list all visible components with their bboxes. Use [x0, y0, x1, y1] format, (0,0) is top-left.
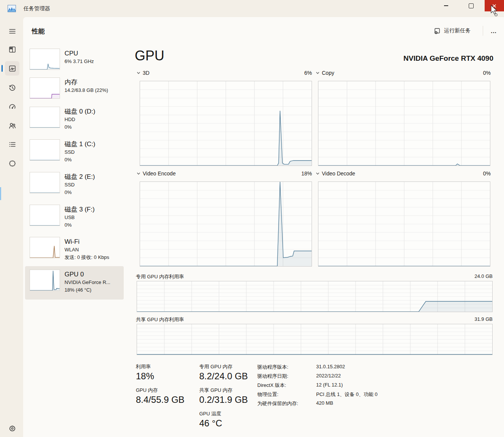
sidebar-item-detail: 18% (46 °C) — [65, 286, 110, 294]
wifi-mini-chart — [30, 237, 60, 258]
startup-apps-icon — [8, 103, 16, 111]
nav-item-details[interactable] — [5, 137, 19, 151]
driver-info-value: 420 MB — [316, 400, 333, 406]
stat-label: 利用率 — [136, 363, 151, 370]
nav-item-app-history[interactable] — [5, 80, 19, 95]
driver-info-label: 驱动程序日期: — [257, 373, 314, 380]
hamburger-menu-button[interactable] — [5, 24, 19, 38]
navigation-rail — [0, 17, 23, 437]
sidebar-item-title: 磁盘 2 (E:) — [65, 172, 95, 181]
stat-value: 46 °C — [199, 418, 222, 429]
processes-icon — [8, 46, 16, 54]
chart-label: Copy — [322, 70, 334, 76]
driver-info-label: 物理位置: — [257, 391, 314, 398]
driver-info-label: 为硬件保留的内存: — [257, 400, 314, 407]
sidebar-item-detail: 6% 3.71 GHz — [65, 58, 94, 65]
driver-info-value: 12 (FL 12.1) — [316, 382, 343, 388]
chevron-down-icon[interactable] — [316, 172, 320, 175]
chart-header-3d: 3D 6% — [137, 70, 312, 76]
driver-info-value: 2022/12/22 — [316, 373, 341, 379]
stat-value: 8.2/24.0 GB — [199, 371, 248, 382]
video-encode-chart — [140, 181, 312, 267]
hamburger-menu-icon — [8, 27, 16, 35]
sidebar-item-detail: HDD — [65, 116, 95, 123]
minimize-button[interactable] — [437, 0, 455, 11]
run-new-task-label: 运行新任务 — [444, 27, 471, 34]
sidebar-item-title: 内存 — [65, 78, 108, 87]
nav-item-performance[interactable] — [5, 61, 19, 76]
sidebar-item-detail: 0% — [65, 221, 94, 229]
sidebar-item-title: Wi-Fi — [65, 237, 109, 246]
chart-label: Video Decode — [322, 170, 355, 177]
sidebar-item-title: 磁盘 0 (D:) — [65, 107, 95, 116]
sidebar-item-memory[interactable]: 内存 14.2/63.8 GB (22%) — [30, 77, 124, 99]
nav-item-processes[interactable] — [5, 42, 19, 57]
stat-value: 8.4/55.9 GB — [136, 394, 184, 405]
chevron-down-icon[interactable] — [137, 71, 140, 74]
gpu0-mini-chart — [30, 270, 60, 291]
run-new-task-icon — [434, 28, 441, 34]
nav-item-users[interactable] — [5, 118, 19, 133]
sidebar-item-detail: 0% — [65, 189, 95, 196]
sidebar-item-wifi[interactable]: Wi-Fi WLAN 发送: 0 接收: 0 Kbps — [30, 237, 124, 261]
task-manager-window: { "window": { "title": "任务管理器", "accent_… — [0, 0, 504, 437]
memory-chart-label: 共享 GPU 内存利用率 — [136, 316, 184, 323]
app-history-icon — [8, 84, 16, 92]
sidebar-item-title: CPU — [65, 49, 94, 58]
chart-header-video-decode: Video Decode 0% — [316, 170, 491, 177]
stat-value: 0.2/31.9 GB — [199, 394, 248, 405]
sidebar-item-disk1[interactable]: 磁盘 1 (C:) SSD 0% — [30, 139, 124, 164]
sidebar-item-detail: 14.2/63.8 GB (22%) — [65, 87, 108, 94]
sidebar-item-cpu[interactable]: CPU 6% 3.71 GHz — [30, 49, 124, 70]
settings-gear-icon — [8, 424, 16, 432]
memory-chart-max: 31.9 GB — [474, 316, 493, 323]
dedicated-memory-header: 专用 GPU 内存利用率 24.0 GB — [136, 273, 493, 280]
shared-memory-header: 共享 GPU 内存利用率 31.9 GB — [136, 316, 493, 323]
nav-item-startup-apps[interactable] — [5, 99, 19, 114]
maximize-button[interactable] — [462, 0, 480, 11]
sidebar-item-title: 磁盘 1 (C:) — [65, 140, 95, 148]
stat-label: 专用 GPU 内存 — [199, 363, 232, 370]
memory-chart-max: 24.0 GB — [474, 273, 493, 280]
video-decode-chart — [318, 181, 490, 267]
sidebar-item-disk3[interactable]: 磁盘 3 (F:) USB 0% — [30, 205, 124, 229]
details-icon — [8, 140, 16, 148]
chart-header-video-encode: Video Encode 18% — [137, 170, 312, 177]
chevron-down-icon[interactable] — [137, 172, 140, 175]
nav-item-services[interactable] — [5, 156, 19, 170]
settings-button[interactable] — [5, 421, 19, 435]
memory-mini-chart — [30, 77, 60, 99]
gpu-3d-chart — [140, 81, 312, 166]
title-bar: 任务管理器 ✕ — [0, 0, 504, 17]
memory-chart-label: 专用 GPU 内存利用率 — [136, 273, 184, 280]
sidebar-item-disk0[interactable]: 磁盘 0 (D:) HDD 0% — [30, 107, 124, 131]
dedicated-memory-chart — [137, 281, 493, 312]
driver-info-label: 驱动程序版本: — [257, 364, 314, 371]
nav-selected-accent — [2, 65, 3, 72]
run-new-task-button[interactable]: 运行新任务 — [430, 24, 474, 37]
more-options-button[interactable]: ... — [487, 25, 500, 36]
chevron-down-icon[interactable] — [316, 71, 320, 74]
chart-current-value: 0% — [483, 170, 491, 177]
stat-label: GPU 温度 — [199, 410, 221, 417]
maximize-icon — [469, 3, 474, 8]
sidebar-item-detail: NVIDIA GeForce R... — [65, 279, 110, 286]
sidebar-item-detail: 0% — [65, 123, 95, 131]
page-title: 性能 — [32, 27, 45, 36]
gpu-device-name: NVIDIA GeForce RTX 4090 — [266, 54, 493, 63]
sidebar-item-detail: SSD — [65, 181, 95, 189]
sidebar-item-disk2[interactable]: 磁盘 2 (E:) SSD 0% — [30, 172, 124, 196]
services-icon — [8, 159, 16, 167]
chart-header-copy: Copy 0% — [316, 70, 491, 76]
stat-label: GPU 内存 — [136, 387, 158, 394]
disk2-mini-chart — [30, 172, 60, 193]
sidebar-item-title: 磁盘 3 (F:) — [65, 205, 94, 214]
disk0-mini-chart — [30, 107, 60, 128]
cpu-mini-chart — [30, 49, 60, 70]
minimize-icon — [444, 5, 448, 6]
users-icon — [8, 122, 16, 130]
shared-memory-chart — [137, 324, 493, 355]
task-manager-app-icon — [8, 5, 16, 12]
sidebar-item-gpu0[interactable]: GPU 0 NVIDIA GeForce R... 18% (46 °C) — [30, 270, 124, 294]
sidebar-item-title: GPU 0 — [65, 270, 110, 279]
